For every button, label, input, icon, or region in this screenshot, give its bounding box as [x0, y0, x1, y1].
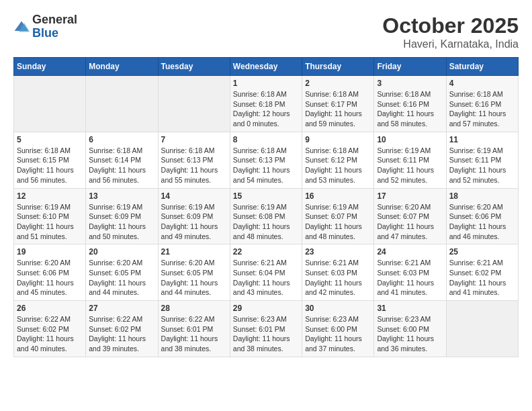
day-info: Sunrise: 6:19 AM Sunset: 6:09 PM Dayligh… [161, 202, 227, 242]
header-friday: Friday [374, 58, 446, 76]
day-info: Sunrise: 6:21 AM Sunset: 6:03 PM Dayligh… [305, 258, 371, 298]
day-info: Sunrise: 6:20 AM Sunset: 6:05 PM Dayligh… [161, 258, 227, 298]
header-sunday: Sunday [14, 58, 86, 76]
calendar-cell [446, 301, 518, 357]
day-number: 8 [233, 135, 299, 144]
day-info: Sunrise: 6:18 AM Sunset: 6:17 PM Dayligh… [305, 89, 371, 129]
header-monday: Monday [86, 58, 158, 76]
day-info: Sunrise: 6:20 AM Sunset: 6:05 PM Dayligh… [89, 258, 154, 298]
day-info: Sunrise: 6:19 AM Sunset: 6:09 PM Dayligh… [89, 202, 154, 242]
day-number: 6 [89, 135, 154, 144]
day-info: Sunrise: 6:22 AM Sunset: 6:01 PM Dayligh… [161, 314, 227, 354]
day-info: Sunrise: 6:20 AM Sunset: 6:06 PM Dayligh… [449, 202, 515, 242]
day-info: Sunrise: 6:23 AM Sunset: 6:00 PM Dayligh… [305, 314, 371, 354]
day-number: 10 [377, 135, 443, 144]
day-info: Sunrise: 6:18 AM Sunset: 6:14 PM Dayligh… [89, 146, 154, 185]
calendar-cell: 3Sunrise: 6:18 AM Sunset: 6:16 PM Daylig… [374, 76, 446, 132]
calendar-week-row: 5Sunrise: 6:18 AM Sunset: 6:15 PM Daylig… [14, 132, 519, 188]
calendar-week-row: 1Sunrise: 6:18 AM Sunset: 6:18 PM Daylig… [14, 76, 519, 132]
day-number: 24 [377, 247, 443, 257]
day-info: Sunrise: 6:19 AM Sunset: 6:11 PM Dayligh… [377, 146, 443, 185]
day-info: Sunrise: 6:18 AM Sunset: 6:16 PM Dayligh… [377, 89, 443, 129]
day-number: 31 [377, 304, 443, 313]
calendar-cell: 22Sunrise: 6:21 AM Sunset: 6:04 PM Dayli… [230, 244, 302, 301]
day-info: Sunrise: 6:21 AM Sunset: 6:03 PM Dayligh… [377, 258, 443, 298]
day-info: Sunrise: 6:18 AM Sunset: 6:15 PM Dayligh… [17, 146, 83, 185]
day-info: Sunrise: 6:23 AM Sunset: 6:00 PM Dayligh… [377, 314, 443, 354]
day-info: Sunrise: 6:22 AM Sunset: 6:02 PM Dayligh… [89, 314, 154, 354]
calendar-week-row: 26Sunrise: 6:22 AM Sunset: 6:02 PM Dayli… [14, 301, 519, 357]
day-number: 20 [89, 247, 154, 257]
day-number: 5 [17, 135, 83, 144]
day-info: Sunrise: 6:20 AM Sunset: 6:06 PM Dayligh… [17, 258, 83, 298]
day-number: 4 [449, 79, 515, 88]
calendar-cell: 31Sunrise: 6:23 AM Sunset: 6:00 PM Dayli… [374, 301, 446, 357]
calendar-cell: 9Sunrise: 6:18 AM Sunset: 6:12 PM Daylig… [302, 132, 374, 188]
day-info: Sunrise: 6:18 AM Sunset: 6:12 PM Dayligh… [305, 146, 371, 185]
header-thursday: Thursday [302, 58, 374, 76]
day-number: 22 [233, 247, 299, 257]
day-number: 25 [449, 247, 515, 257]
day-info: Sunrise: 6:21 AM Sunset: 6:04 PM Dayligh… [233, 258, 299, 298]
day-number: 2 [305, 79, 371, 88]
day-number: 1 [233, 79, 299, 88]
logo-icon [13, 20, 30, 34]
weekday-header-row: Sunday Monday Tuesday Wednesday Thursday… [14, 58, 519, 76]
logo-general: General [32, 13, 77, 26]
calendar-table: Sunday Monday Tuesday Wednesday Thursday… [13, 57, 519, 357]
calendar-cell: 18Sunrise: 6:20 AM Sunset: 6:06 PM Dayli… [446, 188, 518, 244]
day-info: Sunrise: 6:19 AM Sunset: 6:07 PM Dayligh… [305, 202, 371, 242]
calendar-cell: 12Sunrise: 6:19 AM Sunset: 6:10 PM Dayli… [14, 188, 86, 244]
calendar-week-row: 12Sunrise: 6:19 AM Sunset: 6:10 PM Dayli… [14, 188, 519, 244]
day-number: 14 [161, 191, 227, 201]
day-number: 23 [305, 247, 371, 257]
day-number: 16 [305, 191, 371, 201]
calendar-cell: 15Sunrise: 6:19 AM Sunset: 6:08 PM Dayli… [230, 188, 302, 244]
calendar-cell: 6Sunrise: 6:18 AM Sunset: 6:14 PM Daylig… [86, 132, 158, 188]
calendar-cell: 17Sunrise: 6:20 AM Sunset: 6:07 PM Dayli… [374, 188, 446, 244]
day-number: 7 [161, 135, 227, 144]
calendar-cell [158, 76, 230, 132]
calendar-cell: 27Sunrise: 6:22 AM Sunset: 6:02 PM Dayli… [86, 301, 158, 357]
day-info: Sunrise: 6:18 AM Sunset: 6:18 PM Dayligh… [233, 89, 299, 129]
calendar-cell: 29Sunrise: 6:23 AM Sunset: 6:01 PM Dayli… [230, 301, 302, 357]
header-saturday: Saturday [446, 58, 518, 76]
calendar-cell: 24Sunrise: 6:21 AM Sunset: 6:03 PM Dayli… [374, 244, 446, 301]
calendar-cell: 10Sunrise: 6:19 AM Sunset: 6:11 PM Dayli… [374, 132, 446, 188]
day-number: 12 [17, 191, 83, 201]
calendar-cell: 8Sunrise: 6:18 AM Sunset: 6:13 PM Daylig… [230, 132, 302, 188]
calendar-cell: 4Sunrise: 6:18 AM Sunset: 6:16 PM Daylig… [446, 76, 518, 132]
calendar-week-row: 19Sunrise: 6:20 AM Sunset: 6:06 PM Dayli… [14, 244, 519, 301]
day-number: 27 [89, 304, 154, 313]
day-info: Sunrise: 6:19 AM Sunset: 6:08 PM Dayligh… [233, 202, 299, 242]
header-wednesday: Wednesday [230, 58, 302, 76]
day-info: Sunrise: 6:20 AM Sunset: 6:07 PM Dayligh… [377, 202, 443, 242]
calendar-cell: 30Sunrise: 6:23 AM Sunset: 6:00 PM Dayli… [302, 301, 374, 357]
title-area: October 2025 Haveri, Karnataka, India [382, 13, 519, 50]
logo-text: General Blue [32, 13, 77, 40]
day-info: Sunrise: 6:22 AM Sunset: 6:02 PM Dayligh… [17, 314, 83, 354]
calendar-cell: 14Sunrise: 6:19 AM Sunset: 6:09 PM Dayli… [158, 188, 230, 244]
calendar-title: October 2025 [382, 13, 519, 38]
header-tuesday: Tuesday [158, 58, 230, 76]
day-number: 15 [233, 191, 299, 201]
calendar-cell: 25Sunrise: 6:21 AM Sunset: 6:02 PM Dayli… [446, 244, 518, 301]
calendar-cell: 7Sunrise: 6:18 AM Sunset: 6:13 PM Daylig… [158, 132, 230, 188]
calendar-cell: 23Sunrise: 6:21 AM Sunset: 6:03 PM Dayli… [302, 244, 374, 301]
day-info: Sunrise: 6:19 AM Sunset: 6:10 PM Dayligh… [17, 202, 83, 242]
calendar-cell: 2Sunrise: 6:18 AM Sunset: 6:17 PM Daylig… [302, 76, 374, 132]
calendar-cell: 1Sunrise: 6:18 AM Sunset: 6:18 PM Daylig… [230, 76, 302, 132]
calendar-cell [14, 76, 86, 132]
day-info: Sunrise: 6:18 AM Sunset: 6:13 PM Dayligh… [161, 146, 227, 185]
day-number: 18 [449, 191, 515, 201]
day-number: 3 [377, 79, 443, 88]
day-info: Sunrise: 6:18 AM Sunset: 6:16 PM Dayligh… [449, 89, 515, 129]
day-info: Sunrise: 6:19 AM Sunset: 6:11 PM Dayligh… [449, 146, 515, 185]
day-number: 30 [305, 304, 371, 313]
logo: General Blue [13, 13, 77, 40]
calendar-cell: 21Sunrise: 6:20 AM Sunset: 6:05 PM Dayli… [158, 244, 230, 301]
day-info: Sunrise: 6:18 AM Sunset: 6:13 PM Dayligh… [233, 146, 299, 185]
day-info: Sunrise: 6:23 AM Sunset: 6:01 PM Dayligh… [233, 314, 299, 354]
day-number: 9 [305, 135, 371, 144]
calendar-cell: 20Sunrise: 6:20 AM Sunset: 6:05 PM Dayli… [86, 244, 158, 301]
